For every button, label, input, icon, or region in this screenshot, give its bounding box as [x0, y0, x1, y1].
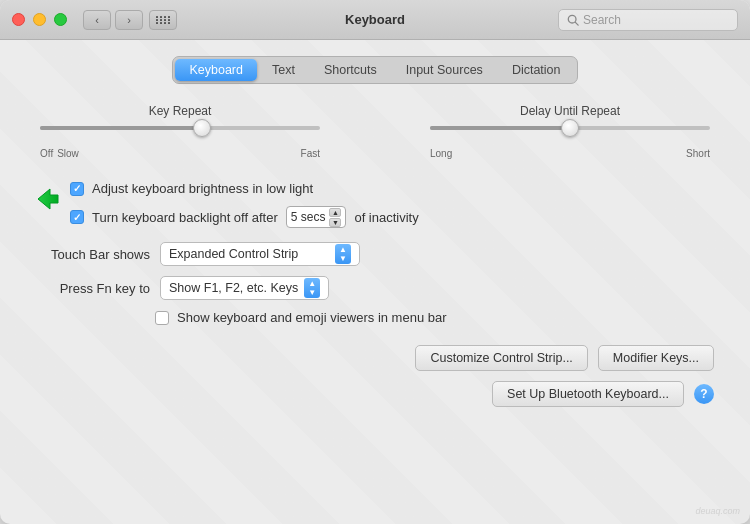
- content-area: Keyboard Text Shortcuts Input Sources Di…: [0, 40, 750, 524]
- backlight-duration-up[interactable]: ▲: [329, 208, 341, 217]
- brightness-label: Adjust keyboard brightness in low light: [92, 181, 313, 196]
- key-repeat-label: Key Repeat: [149, 104, 212, 118]
- backlight-duration-stepper[interactable]: ▲ ▼: [329, 208, 341, 227]
- backlight-checkbox-row: Turn keyboard backlight off after 5 secs…: [70, 206, 730, 228]
- bottom-buttons-row2: Set Up Bluetooth Keyboard... ?: [20, 381, 730, 413]
- key-repeat-track: [40, 126, 320, 130]
- back-arrow-icon: ‹: [95, 14, 99, 26]
- window-title: Keyboard: [345, 12, 405, 27]
- show-keyboard-label: Show keyboard and emoji viewers in menu …: [177, 310, 447, 325]
- backlight-suffix: of inactivity: [354, 210, 418, 225]
- tab-bar: Keyboard Text Shortcuts Input Sources Di…: [172, 56, 577, 84]
- fn-key-label: Press Fn key to: [40, 281, 150, 296]
- key-repeat-slow-label: Slow: [57, 148, 79, 159]
- delay-repeat-slider[interactable]: [430, 126, 710, 146]
- key-repeat-fill: [40, 126, 202, 130]
- bluetooth-button[interactable]: Set Up Bluetooth Keyboard...: [492, 381, 684, 407]
- titlebar: ‹ › Keyboard Search: [0, 0, 750, 40]
- show-keyboard-checkbox[interactable]: [155, 311, 169, 325]
- delay-repeat-thumb[interactable]: [561, 119, 579, 137]
- bottom-buttons-row1: Customize Control Strip... Modifier Keys…: [20, 345, 730, 381]
- delay-repeat-long-label: Long: [430, 148, 452, 159]
- delay-repeat-label: Delay Until Repeat: [520, 104, 620, 118]
- touch-bar-label: Touch Bar shows: [40, 247, 150, 262]
- delay-repeat-labels: Long Short: [430, 148, 710, 159]
- tab-text[interactable]: Text: [258, 59, 309, 81]
- key-repeat-group: Key Repeat Off Slow Fast: [40, 104, 320, 159]
- forward-button[interactable]: ›: [115, 10, 143, 30]
- backlight-duration-value: 5 secs: [291, 210, 326, 224]
- backlight-label: Turn keyboard backlight off after: [92, 210, 278, 225]
- key-repeat-fast-label: Fast: [301, 148, 320, 159]
- fn-key-dropdown[interactable]: Show F1, F2, etc. Keys ▲ ▼: [160, 276, 329, 300]
- tab-keyboard[interactable]: Keyboard: [175, 59, 257, 81]
- search-box[interactable]: Search: [558, 9, 738, 31]
- brightness-checkbox-row: Adjust keyboard brightness in low light: [70, 181, 730, 196]
- search-placeholder: Search: [583, 13, 621, 27]
- customize-button[interactable]: Customize Control Strip...: [415, 345, 587, 371]
- tab-dictation[interactable]: Dictation: [498, 59, 575, 81]
- show-keyboard-row: Show keyboard and emoji viewers in menu …: [155, 310, 730, 325]
- help-button[interactable]: ?: [694, 384, 714, 404]
- touch-bar-row: Touch Bar shows Expanded Control Strip ▲…: [40, 242, 730, 266]
- arrow-indicator: [32, 183, 64, 218]
- svg-line-1: [575, 22, 578, 25]
- key-repeat-off-label: Off: [40, 148, 53, 159]
- touch-bar-arrows: ▲ ▼: [335, 244, 351, 264]
- fn-key-row: Press Fn key to Show F1, F2, etc. Keys ▲…: [40, 276, 730, 300]
- brightness-checkbox[interactable]: [70, 182, 84, 196]
- maximize-button[interactable]: [54, 13, 67, 26]
- fn-key-up-arrow: ▲: [308, 280, 316, 288]
- fn-key-down-arrow: ▼: [308, 289, 316, 297]
- key-repeat-labels: Off Slow Fast: [40, 148, 320, 159]
- delay-repeat-short-label: Short: [686, 148, 710, 159]
- key-repeat-thumb[interactable]: [193, 119, 211, 137]
- close-button[interactable]: [12, 13, 25, 26]
- grid-icon: [156, 16, 171, 24]
- modifier-button[interactable]: Modifier Keys...: [598, 345, 714, 371]
- nav-buttons: ‹ ›: [83, 10, 143, 30]
- traffic-lights: [12, 13, 67, 26]
- delay-repeat-fill: [430, 126, 570, 130]
- keyboard-preferences-window: ‹ › Keyboard Search: [0, 0, 750, 524]
- key-repeat-slider[interactable]: [40, 126, 320, 146]
- sliders-section: Key Repeat Off Slow Fast Delay Until Rep…: [20, 104, 730, 159]
- grid-button[interactable]: [149, 10, 177, 30]
- forward-arrow-icon: ›: [127, 14, 131, 26]
- touch-bar-value: Expanded Control Strip: [169, 247, 329, 261]
- tab-input-sources[interactable]: Input Sources: [392, 59, 497, 81]
- touch-bar-up-arrow: ▲: [339, 246, 347, 254]
- fn-key-arrows: ▲ ▼: [304, 278, 320, 298]
- checkboxes-container: Adjust keyboard brightness in low light …: [20, 181, 730, 228]
- delay-repeat-group: Delay Until Repeat Long Short: [430, 104, 710, 159]
- touch-bar-dropdown[interactable]: Expanded Control Strip ▲ ▼: [160, 242, 360, 266]
- fn-key-value: Show F1, F2, etc. Keys: [169, 281, 298, 295]
- touch-bar-down-arrow: ▼: [339, 255, 347, 263]
- tab-bar-container: Keyboard Text Shortcuts Input Sources Di…: [20, 56, 730, 84]
- backlight-duration-select[interactable]: 5 secs ▲ ▼: [286, 206, 347, 228]
- settings-section: Touch Bar shows Expanded Control Strip ▲…: [20, 242, 730, 300]
- backlight-duration-down[interactable]: ▼: [329, 218, 341, 227]
- delay-repeat-track: [430, 126, 710, 130]
- svg-marker-2: [38, 189, 58, 209]
- minimize-button[interactable]: [33, 13, 46, 26]
- tab-shortcuts[interactable]: Shortcuts: [310, 59, 391, 81]
- backlight-checkbox[interactable]: [70, 210, 84, 224]
- search-icon: [567, 14, 579, 26]
- back-button[interactable]: ‹: [83, 10, 111, 30]
